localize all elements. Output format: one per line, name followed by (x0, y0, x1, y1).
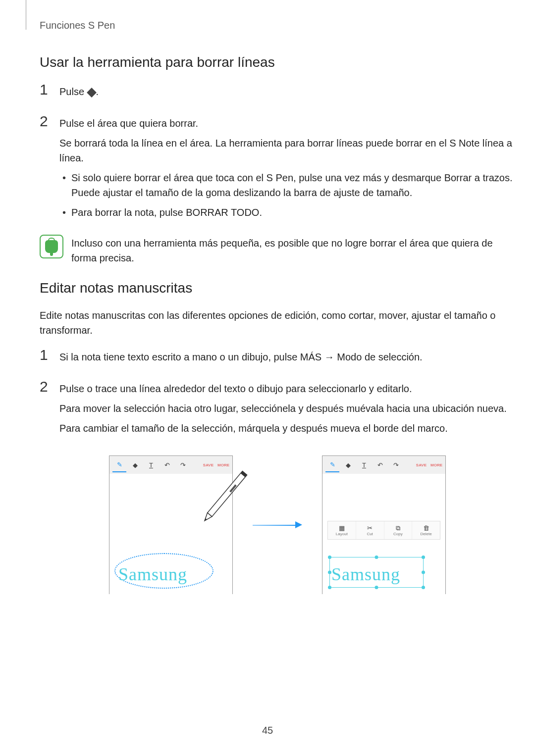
handwriting-sample: Samsung (331, 564, 400, 585)
eraser-icon (87, 88, 97, 98)
tool-text-icon: T (144, 457, 158, 472)
s2-step1-prefix: Si la nota tiene texto escrito a mano o … (59, 352, 300, 362)
step-number-2: 2 (40, 114, 52, 129)
step-number-2b: 2 (40, 379, 52, 394)
ctx-cut: ✂Cut (356, 521, 384, 539)
tool-pen-icon: ✎ (325, 457, 339, 472)
spen-stylus-icon (193, 465, 252, 534)
step2-line2: Se borrará toda la línea en el área. La … (59, 136, 515, 165)
ctx-layout: ▦Layout (328, 521, 356, 539)
resize-handle-icon (328, 555, 331, 559)
section1-step2: 2 Pulse el área que quiera borrar. Se bo… (40, 114, 515, 225)
ctx-delete: 🗑Delete (412, 521, 440, 539)
section2-step2: 2 Pulse o trace una línea alrededor del … (40, 379, 515, 441)
ctx-copy: ⧉Copy (384, 521, 413, 539)
tool-save: SAVE (416, 463, 427, 467)
section1-step1: 1 Pulse . (40, 82, 515, 104)
tool-text-icon: T (357, 457, 371, 472)
breadcrumb: Funciones S Pen (40, 20, 115, 31)
tool-undo-icon: ↶ (373, 457, 387, 472)
section2-step1: 1 Si la nota tiene texto escrito a mano … (40, 348, 515, 369)
screen-after: ✎ ◆ T ↶ ↷ SAVE MORE ▦Layout ✂Cut ⧉Copy 🗑… (322, 455, 446, 594)
step-number-1: 1 (40, 82, 52, 97)
step1-text-prefix: Pulse (59, 86, 87, 97)
tool-eraser-icon: ◆ (341, 457, 355, 472)
step2-bullet1: Si solo quiere borrar el área que toca c… (59, 170, 515, 200)
tool-redo-icon: ↷ (389, 457, 403, 472)
resize-handle-icon (375, 555, 378, 559)
left-margin-line (26, 0, 26, 30)
section1-title: Usar la herramienta para borrar líneas (40, 54, 515, 70)
resize-handle-icon (422, 586, 425, 589)
s2-step2-line1: Pulse o trace una línea alrededor del te… (59, 381, 515, 396)
transition-arrow-icon (253, 524, 302, 526)
resize-handle-icon (328, 571, 331, 574)
resize-handle-icon (422, 571, 425, 574)
screen-before: ✎ ◆ T ↶ ↷ SAVE MORE Samsung (109, 455, 233, 594)
step-number-1b: 1 (40, 348, 52, 362)
svg-rect-0 (208, 471, 247, 517)
s2-step1-mas: MÁS (300, 352, 321, 362)
page-number: 45 (262, 725, 273, 736)
section2-intro: Edite notas manuscritas con las diferent… (40, 308, 515, 338)
tool-eraser-icon: ◆ (128, 457, 142, 472)
tool-pen-icon: ✎ (112, 457, 126, 472)
resize-handle-icon (375, 586, 378, 589)
section2-title: Editar notas manuscritas (40, 280, 515, 296)
arrow-right-icon: → (321, 352, 337, 362)
s2-step2-line2: Para mover la selección hacia otro lugar… (59, 401, 515, 416)
resize-handle-icon (328, 586, 331, 589)
step2-line1: Pulse el área que quiera borrar. (59, 116, 515, 131)
canvas-left: Samsung (109, 474, 232, 595)
note-bell-icon (40, 235, 63, 258)
s2-step1-suffix: . (420, 352, 423, 362)
step1-text-suffix: . (96, 86, 99, 97)
note-text: Incluso con una herramienta más pequeña,… (71, 235, 515, 265)
canvas-right: ▦Layout ✂Cut ⧉Copy 🗑Delete (322, 474, 445, 595)
tool-redo-icon: ↷ (176, 457, 190, 472)
tool-more: MORE (430, 463, 442, 467)
handwriting-sample: Samsung (118, 564, 187, 585)
illustration: ✎ ◆ T ↶ ↷ SAVE MORE Samsung (40, 455, 515, 594)
context-toolbar: ▦Layout ✂Cut ⧉Copy 🗑Delete (327, 521, 440, 540)
step2-bullet2: Para borrar la nota, pulse BORRAR TODO. (59, 205, 515, 220)
resize-handle-icon (422, 555, 425, 559)
toolbar-right: ✎ ◆ T ↶ ↷ SAVE MORE (322, 456, 445, 474)
page-content: Usar la herramienta para borrar líneas 1… (40, 54, 515, 594)
tool-undo-icon: ↶ (160, 457, 174, 472)
s2-step2-line3: Para cambiar el tamaño de la selección, … (59, 421, 515, 436)
s2-step1-mode: Modo de selección (337, 352, 420, 362)
note-callout: Incluso con una herramienta más pequeña,… (40, 235, 515, 265)
